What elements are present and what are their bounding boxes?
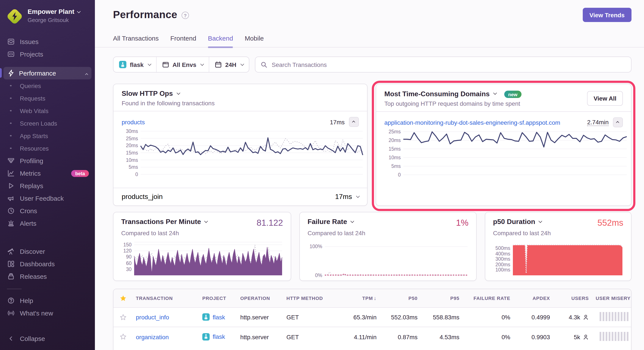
collapse-row-button[interactable]	[349, 117, 359, 127]
bullet-icon	[7, 144, 15, 152]
bullet-icon	[7, 132, 15, 140]
sidebar-item-alerts[interactable]: Alerts	[0, 217, 95, 230]
star-column-header[interactable]	[114, 294, 132, 302]
view-trends-button[interactable]: View Trends	[582, 8, 632, 22]
col-operation[interactable]: OPERATION	[237, 296, 283, 301]
environment-filter-label: All Envs	[172, 61, 196, 68]
p50-chart-block: 500ms400ms300ms200ms100ms	[493, 242, 623, 275]
tab-backend[interactable]: Backend	[208, 35, 233, 48]
sidebar-item-dashboards[interactable]: Dashboards	[0, 258, 95, 270]
sidebar-item-help[interactable]: Help	[0, 294, 95, 307]
help-circle-icon[interactable]: ?	[182, 12, 189, 19]
sidebar-item-metrics[interactable]: Metricsbeta	[0, 167, 95, 180]
widgets-row-2: Transactions Per Minute 81.122 Compared …	[113, 212, 632, 281]
main-content: Performance ? View Trends All Transactio…	[95, 0, 644, 350]
col-users[interactable]: USERS	[554, 296, 592, 301]
failure-rate-chart-block: 100%0%	[308, 245, 468, 275]
transaction-link[interactable]: organization	[136, 333, 169, 340]
chevron-down-icon[interactable]	[356, 194, 360, 198]
project-link[interactable]: flask	[213, 333, 225, 340]
failure-rate-title[interactable]: Failure Rate	[308, 218, 353, 226]
tab-all-transactions[interactable]: All Transactions	[113, 35, 159, 48]
bullet-icon	[7, 82, 15, 90]
sidebar-item-resources[interactable]: Resources	[0, 142, 95, 155]
tpm-title[interactable]: Transactions Per Minute	[121, 218, 207, 226]
y-axis: 25ms20ms15ms10ms5ms0	[384, 132, 403, 175]
environment-filter[interactable]: All Envs	[156, 57, 209, 72]
sidebar-item-discover[interactable]: Discover	[0, 245, 95, 258]
favorite-star-button[interactable]	[114, 333, 132, 340]
products-join-link[interactable]: products_join	[122, 193, 162, 201]
users-count: 4.3k	[569, 314, 580, 321]
chevron-down-icon	[77, 10, 81, 13]
operation-cell: http.server	[237, 333, 283, 340]
sidebar-item-label: What's new	[20, 309, 53, 317]
slow-http-ops-title[interactable]: Slow HTTP Ops	[122, 90, 359, 98]
project-filter[interactable]: flask	[114, 57, 156, 72]
sidebar-item-label: Help	[20, 297, 33, 304]
col-http-method[interactable]: HTTP METHOD	[283, 296, 341, 301]
flask-project-icon	[119, 61, 126, 68]
sidebar: Empower Plant George Gritsouk IssuesProj…	[0, 0, 95, 350]
col-user-misery[interactable]: USER MISERY	[592, 296, 632, 301]
tab-frontend[interactable]: Frontend	[170, 35, 196, 48]
search-icon	[260, 61, 268, 68]
page-title-text: Performance	[113, 9, 177, 21]
transaction-row-products: products 17ms	[114, 111, 367, 130]
sidebar-item-releases[interactable]: Releases	[0, 270, 95, 283]
products-link[interactable]: products	[122, 119, 145, 125]
chevron-down-icon	[148, 62, 152, 66]
replays-icon	[7, 182, 15, 190]
domain-link[interactable]: application-monitoring-ruby-dot-sales-en…	[384, 119, 560, 126]
lightning-icon	[7, 69, 15, 77]
col-p50[interactable]: P50	[380, 296, 421, 301]
bullet-icon	[7, 107, 15, 115]
sidebar-item-replays[interactable]: Replays	[0, 180, 95, 192]
view-all-button[interactable]: View All	[587, 91, 623, 106]
slow-http-ops-widget: Slow HTTP Ops Found in the following tra…	[113, 84, 368, 206]
favorite-star-button[interactable]	[114, 313, 132, 321]
tab-mobile[interactable]: Mobile	[245, 35, 264, 48]
transaction-link[interactable]: product_info	[136, 314, 169, 321]
org-switcher[interactable]: Empower Plant George Gritsouk	[0, 6, 95, 24]
domains-widget-subtitle: Top outgoing HTTP request domains by tim…	[384, 100, 587, 107]
sidebar-item-web-vitals[interactable]: Web Vitals	[0, 104, 95, 117]
sidebar-item-requests[interactable]: Requests	[0, 92, 95, 104]
col-p95[interactable]: P95	[421, 296, 463, 301]
sidebar-item-user-feedback[interactable]: User Feedback	[0, 192, 95, 205]
col-apdex[interactable]: APDEX	[514, 296, 554, 301]
domain-time-spent[interactable]: 2.74min	[587, 119, 609, 126]
table-header-row: TRANSACTION PROJECT OPERATION HTTP METHO…	[114, 289, 631, 308]
search-input[interactable]	[271, 61, 626, 68]
collapse-row-button[interactable]	[613, 117, 623, 127]
user-name: George Gritsouk	[28, 17, 80, 24]
sidebar-item-label: User Feedback	[20, 195, 64, 202]
col-tpm[interactable]: TPM↓	[341, 295, 380, 301]
sidebar-collapse-button[interactable]: Collapse	[0, 332, 95, 345]
slow-http-ops-chart	[140, 131, 363, 174]
sidebar-item-queries[interactable]: Queries	[0, 79, 95, 92]
sidebar-item-what-s-new[interactable]: What's new	[0, 307, 95, 319]
date-range-filter[interactable]: 24H	[209, 57, 249, 72]
project-link[interactable]: flask	[213, 314, 225, 321]
sidebar-item-profiling[interactable]: Profiling	[0, 155, 95, 167]
sidebar-item-app-starts[interactable]: App Starts	[0, 130, 95, 142]
sidebar-item-screen-loads[interactable]: Screen Loads	[0, 117, 95, 130]
p50-cell: 552.03ms	[380, 314, 421, 321]
widgets-row-1: Slow HTTP Ops Found in the following tra…	[113, 84, 632, 206]
domains-widget-title[interactable]: Most Time-Consuming Domainsnew	[384, 90, 587, 98]
col-transaction[interactable]: TRANSACTION	[132, 296, 199, 301]
slow-http-chart-block: 30ms25ms20ms15ms10ms5ms0	[114, 130, 367, 175]
sidebar-item-projects[interactable]: Projects	[0, 48, 95, 61]
sidebar-item-performance[interactable]: Performance	[4, 67, 92, 79]
sidebar-item-crons[interactable]: Crons	[0, 205, 95, 217]
col-project[interactable]: PROJECT	[199, 296, 237, 301]
org-name: Empower Plant	[28, 8, 74, 16]
col-failure-rate[interactable]: FAILURE RATE	[463, 296, 514, 301]
sidebar-item-label: Requests	[20, 95, 45, 102]
p50-duration-title[interactable]: p50 Duration	[493, 218, 541, 226]
sidebar-item-label: Issues	[20, 38, 38, 45]
tpm-chart-block: 150120906030	[121, 242, 283, 275]
sidebar-item-issues[interactable]: Issues	[0, 35, 95, 48]
sidebar-item-label: Dashboards	[20, 260, 55, 268]
